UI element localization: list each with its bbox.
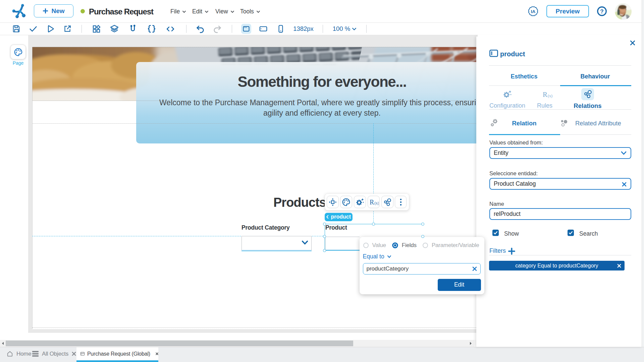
svg-text:(x): (x) — [374, 201, 379, 205]
svg-text:R: R — [370, 198, 374, 205]
svg-text:?: ? — [600, 8, 603, 15]
svg-text:IA: IA — [531, 9, 536, 14]
svg-text:(x): (x) — [548, 94, 552, 98]
svg-text:R: R — [543, 90, 547, 99]
